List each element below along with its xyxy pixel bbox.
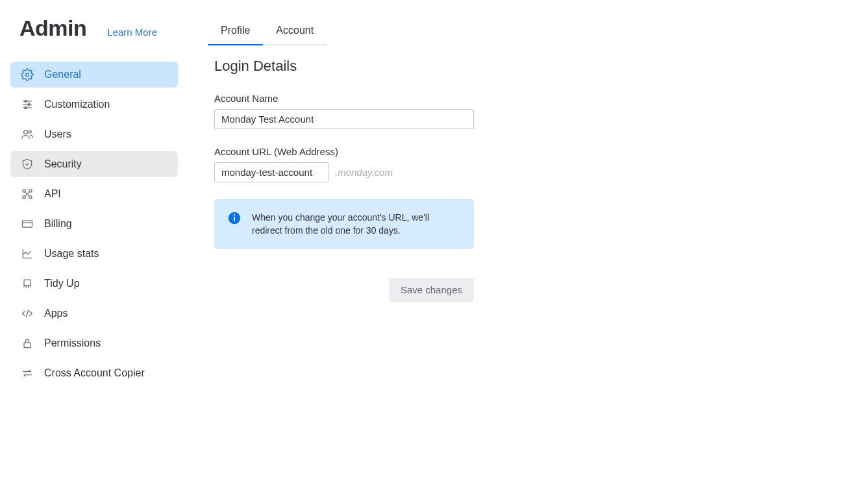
- tab-account[interactable]: Account: [263, 18, 327, 45]
- sidebar-item-general[interactable]: General: [10, 62, 178, 88]
- svg-point-19: [234, 214, 235, 215]
- chart-icon: [21, 247, 34, 260]
- svg-rect-13: [23, 221, 32, 227]
- account-url-suffix: .monday.com: [335, 167, 393, 178]
- svg-point-12: [29, 196, 32, 199]
- learn-more-link[interactable]: Learn More: [107, 27, 157, 38]
- sidebar-item-label: Tidy Up: [44, 278, 80, 289]
- sidebar-item-label: Billing: [44, 218, 72, 230]
- svg-point-11: [23, 196, 25, 199]
- page-title: Admin: [19, 16, 86, 41]
- url-change-info-banner: When you change your account's URL, we'l…: [214, 199, 474, 249]
- sliders-icon: [21, 98, 34, 111]
- svg-point-9: [23, 190, 25, 192]
- sidebar-item-label: General: [44, 69, 81, 80]
- sidebar-item-usage-stats[interactable]: Usage stats: [10, 241, 178, 267]
- broom-icon: [21, 277, 34, 290]
- sidebar-item-billing[interactable]: Billing: [10, 211, 178, 237]
- sidebar-item-label: Usage stats: [44, 248, 99, 260]
- account-url-row: .monday.com: [214, 162, 480, 182]
- svg-point-0: [26, 73, 29, 77]
- admin-sidebar: Admin Learn More General Customization U…: [0, 0, 188, 477]
- sidebar-header: Admin Learn More: [10, 16, 178, 41]
- sidebar-item-customization[interactable]: Customization: [10, 92, 178, 117]
- tabs: Profile Account: [208, 18, 868, 46]
- account-name-group: Account Name: [214, 93, 480, 129]
- save-changes-button[interactable]: Save changes: [389, 278, 474, 302]
- sidebar-item-label: Permissions: [44, 337, 101, 349]
- svg-point-10: [29, 190, 32, 192]
- sidebar-item-cross-account-copier[interactable]: Cross Account Copier: [10, 360, 178, 386]
- account-name-input[interactable]: [214, 109, 474, 129]
- svg-point-8: [29, 130, 31, 133]
- lock-icon: [21, 337, 34, 350]
- sidebar-item-apps[interactable]: Apps: [10, 300, 178, 326]
- gear-icon: [21, 68, 34, 81]
- shield-icon: [21, 158, 34, 171]
- account-url-group: Account URL (Web Address) .monday.com: [214, 146, 480, 182]
- svg-rect-15: [24, 280, 31, 285]
- main-content: Profile Account Login Details Account Na…: [188, 0, 868, 477]
- form-actions: Save changes: [214, 278, 474, 302]
- sidebar-item-label: Users: [44, 128, 71, 140]
- sidebar-item-label: API: [44, 188, 61, 200]
- account-name-label: Account Name: [214, 93, 480, 104]
- svg-rect-16: [24, 343, 31, 348]
- account-url-label: Account URL (Web Address): [214, 146, 480, 157]
- sidebar-item-label: Cross Account Copier: [44, 367, 145, 379]
- sidebar-item-api[interactable]: API: [10, 181, 178, 207]
- section-title: Login Details: [208, 58, 868, 75]
- login-details-form: Account Name Account URL (Web Address) .…: [208, 93, 480, 302]
- sidebar-nav: General Customization Users Security API: [10, 62, 178, 386]
- info-icon: [227, 211, 242, 238]
- sidebar-item-label: Security: [44, 158, 82, 170]
- credit-card-icon: [21, 217, 34, 230]
- sidebar-item-label: Customization: [44, 99, 110, 110]
- arrows-swap-icon: [21, 367, 34, 380]
- sidebar-item-label: Apps: [44, 308, 68, 319]
- sidebar-item-permissions[interactable]: Permissions: [10, 330, 178, 356]
- info-text: When you change your account's URL, we'l…: [252, 211, 461, 238]
- code-icon: [21, 307, 34, 320]
- tab-profile[interactable]: Profile: [208, 18, 263, 45]
- sidebar-item-users[interactable]: Users: [10, 121, 178, 147]
- sidebar-item-tidy-up[interactable]: Tidy Up: [10, 271, 178, 297]
- users-icon: [21, 128, 34, 141]
- svg-point-7: [24, 130, 28, 134]
- account-url-input[interactable]: [214, 162, 329, 182]
- api-icon: [21, 188, 34, 201]
- sidebar-item-security[interactable]: Security: [10, 151, 178, 177]
